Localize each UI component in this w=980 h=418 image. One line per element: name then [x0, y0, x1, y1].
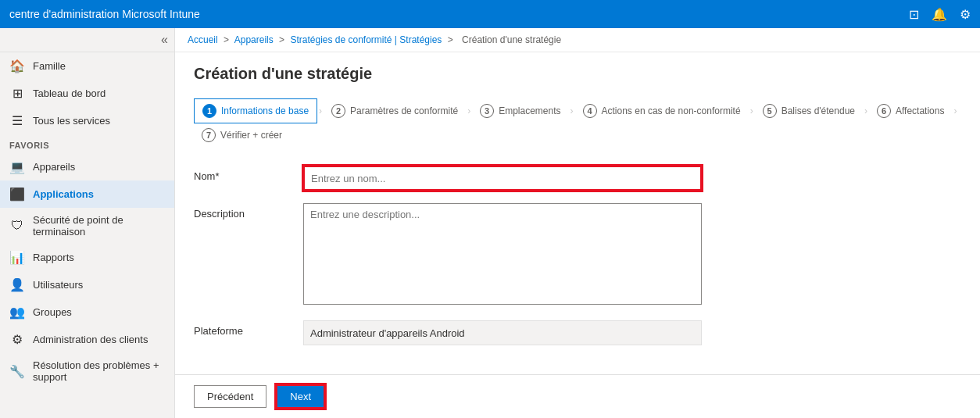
step-3-label: Emplacements: [499, 105, 560, 116]
feedback-icon[interactable]: ⊡: [909, 7, 919, 22]
platform-value: Administrateur d'appareils Android: [303, 320, 702, 345]
sidebar-label-tableau: Tableau de bord: [33, 88, 106, 99]
next-button[interactable]: Next: [276, 384, 325, 409]
step-1-num: 1: [202, 104, 216, 118]
wizard-step-4[interactable]: 4 Actions en cas de non-conformité: [575, 99, 749, 123]
sidebar-label-applications: Applications: [33, 188, 94, 200]
name-label: Nom*: [194, 166, 303, 182]
sidebar-item-appareils[interactable]: 💻 Appareils: [0, 153, 174, 180]
wizard-step-7[interactable]: 7 Vérifier + créer: [194, 123, 290, 147]
step-7-num: 7: [202, 128, 216, 142]
sidebar-item-securite[interactable]: 🛡 Sécurité de point de terminaison: [0, 208, 174, 244]
step-4-num: 4: [583, 104, 597, 118]
sep-5-6: ›: [864, 105, 867, 116]
wizard-steps: 1 Informations de base › 2 Paramètres de…: [194, 98, 961, 147]
sidebar-label-appareils: Appareils: [33, 161, 75, 173]
sep-6-7: ›: [953, 105, 957, 116]
sidebar-item-tous-services[interactable]: ☰ Tous les services: [0, 107, 174, 134]
sidebar-label-rapports: Rapports: [33, 252, 74, 263]
sidebar-item-groupes[interactable]: 👥 Groupes: [0, 298, 174, 326]
step-3-num: 3: [480, 104, 494, 118]
wizard-step-5[interactable]: 5 Balises d'étendue: [755, 99, 863, 123]
page-content: Création d'une stratégie 1 Informations …: [175, 52, 980, 374]
wizard-step-2[interactable]: 2 Paramètres de conformité: [324, 99, 466, 123]
description-label: Description: [194, 203, 303, 220]
dashboard-icon: ⊞: [9, 86, 25, 101]
sidebar-label-tous: Tous les services: [33, 115, 110, 127]
bell-icon[interactable]: 🔔: [932, 7, 947, 22]
sidebar-collapse-button[interactable]: «: [161, 33, 168, 47]
sidebar-label-admin: Administration des clients: [33, 334, 148, 345]
sidebar-label-securite: Sécurité de point de terminaison: [33, 214, 165, 238]
sidebar-item-resolution[interactable]: 🔧 Résolution des problèmes + support: [0, 353, 174, 389]
sidebar: « 🏠 Famille ⊞ Tableau de bord ☰ Tous les…: [0, 28, 175, 418]
main-layout: « 🏠 Famille ⊞ Tableau de bord ☰ Tous les…: [0, 28, 980, 418]
step-2-num: 2: [331, 104, 345, 118]
breadcrumb-strategies[interactable]: Stratégies de conformité | Stratégies: [290, 34, 442, 45]
users-icon: 👤: [9, 277, 25, 292]
breadcrumb-accueil[interactable]: Accueil: [188, 34, 218, 45]
platform-field-group: Plateforme Administrateur d'appareils An…: [194, 320, 961, 345]
step-4-label: Actions en cas de non-conformité: [602, 105, 741, 116]
wizard-step-1[interactable]: 1 Informations de base: [194, 98, 317, 123]
admin-icon: ⚙: [9, 332, 25, 347]
breadcrumb: Accueil > Appareils > Stratégies de conf…: [175, 28, 980, 52]
page-title: Création d'une stratégie: [194, 65, 961, 83]
sidebar-item-administration[interactable]: ⚙ Administration des clients: [0, 326, 174, 353]
wizard-step-6[interactable]: 6 Affectations: [869, 99, 952, 123]
favoris-section: FAVORIS: [0, 134, 174, 153]
groups-icon: 👥: [9, 305, 25, 320]
sep-1-2: ›: [319, 105, 322, 116]
devices-icon: 💻: [9, 159, 25, 174]
step-2-label: Paramètres de conformité: [350, 105, 458, 116]
back-button[interactable]: Précédent: [194, 385, 266, 408]
description-field-group: Description: [194, 203, 961, 308]
sidebar-item-famille[interactable]: 🏠 Famille: [0, 52, 174, 80]
sidebar-item-applications[interactable]: ⬛ Applications: [0, 180, 174, 208]
sep-4-5: ›: [750, 105, 753, 116]
home-icon: 🏠: [9, 59, 25, 73]
sidebar-item-utilisateurs[interactable]: 👤 Utilisateurs: [0, 271, 174, 298]
app-title: centre d'administration Microsoft Intune: [9, 8, 200, 20]
step-5-num: 5: [763, 104, 777, 118]
step-1-label: Informations de base: [221, 105, 309, 116]
breadcrumb-current: Création d'une stratégie: [462, 34, 561, 45]
sidebar-collapse-bar: «: [0, 28, 174, 52]
name-input[interactable]: [303, 166, 702, 191]
platform-label: Plateforme: [194, 320, 303, 337]
sidebar-item-tableau-de-bord[interactable]: ⊞ Tableau de bord: [0, 80, 174, 107]
step-6-num: 6: [877, 104, 891, 118]
apps-icon: ⬛: [9, 187, 25, 202]
breadcrumb-appareils[interactable]: Appareils: [234, 34, 274, 45]
breadcrumb-sep2: >: [279, 34, 284, 45]
reports-icon: 📊: [9, 250, 25, 265]
step-5-label: Balises d'étendue: [781, 105, 855, 116]
sidebar-label-groupes: Groupes: [33, 306, 72, 318]
sidebar-label-famille: Famille: [33, 60, 66, 72]
sep-3-4: ›: [570, 105, 574, 116]
description-field-container: [303, 203, 702, 308]
step-7-label: Vérifier + créer: [220, 130, 282, 141]
topbar-icons: ⊡ 🔔 ⚙: [909, 7, 971, 22]
breadcrumb-sep1: >: [224, 34, 229, 45]
sep-2-3: ›: [467, 105, 470, 116]
breadcrumb-sep3: >: [448, 34, 453, 45]
all-services-icon: ☰: [9, 113, 25, 128]
name-field-group: Nom*: [194, 166, 961, 191]
sidebar-label-utilisateurs: Utilisateurs: [33, 279, 83, 291]
sidebar-label-resolution: Résolution des problèmes + support: [33, 359, 165, 383]
sidebar-item-rapports[interactable]: 📊 Rapports: [0, 244, 174, 271]
topbar: centre d'administration Microsoft Intune…: [0, 0, 980, 28]
description-textarea[interactable]: [303, 203, 702, 305]
footer: Précédent Next: [175, 374, 980, 418]
step-6-label: Affectations: [896, 105, 944, 116]
support-icon: 🔧: [9, 364, 25, 379]
wizard-step-3[interactable]: 3 Emplacements: [472, 99, 568, 123]
security-icon: 🛡: [9, 219, 25, 233]
settings-icon[interactable]: ⚙: [960, 7, 971, 22]
content-area: Accueil > Appareils > Stratégies de conf…: [175, 28, 980, 418]
platform-field-container: Administrateur d'appareils Android: [303, 320, 702, 345]
name-field-container: [303, 166, 702, 191]
